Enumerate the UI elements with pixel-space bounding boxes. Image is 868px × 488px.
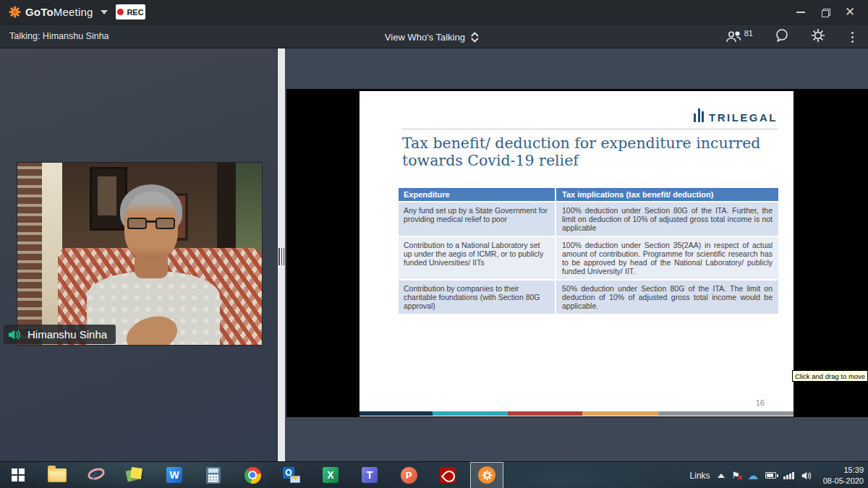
close-button[interactable]: ✕ xyxy=(838,0,862,24)
participants-icon xyxy=(725,30,742,43)
outlook-icon: O xyxy=(283,467,300,483)
screen-share-stage: TRILEGAL Tax benefit/ deduction for expe… xyxy=(285,48,868,461)
taskbar-gotomeeting-active[interactable] xyxy=(470,462,503,488)
taskbar-teams[interactable]: T xyxy=(353,462,386,488)
gotomeeting-menu[interactable]: GoToMeeting xyxy=(0,6,108,18)
cell-implications: 50% deduction under Section 80G of the I… xyxy=(556,281,778,314)
gear-icon xyxy=(811,28,825,43)
window-controls: ✕ xyxy=(788,0,862,24)
trilegal-logo: TRILEGAL xyxy=(694,108,778,124)
table-header-row: Expenditure Tax implications (tax benefi… xyxy=(399,188,778,201)
brand-label: GoToMeeting xyxy=(25,6,93,18)
gotomeeting-window: GoToMeeting REC ✕ Talking: Himanshu Sinh… xyxy=(0,0,868,488)
show-hidden-icons-button[interactable] xyxy=(718,474,725,478)
battery-icon[interactable] xyxy=(765,472,776,479)
taskbar-file-explorer[interactable] xyxy=(41,462,74,488)
system-tray: Links ⚑✕ ☁ 15:39 08-05-2020 xyxy=(690,462,864,488)
taskbar-excel[interactable]: X xyxy=(314,462,347,488)
windows-taskbar: ✂ W O X T P Links ⚑✕ ☁ xyxy=(0,461,868,488)
settings-button[interactable] xyxy=(811,28,825,46)
view-whos-talking-label: View Who's Talking xyxy=(385,32,465,43)
gotomeeting-daisy-icon xyxy=(9,6,21,18)
toolbar-icons: 81 xyxy=(725,25,858,49)
start-button[interactable] xyxy=(1,462,35,488)
trilegal-bars-icon xyxy=(694,108,704,124)
video-background xyxy=(17,163,42,345)
cell-implications: 100% deduction under Section 80G of the … xyxy=(556,202,778,236)
clock-date: 08-05-2020 xyxy=(823,476,864,486)
chevron-down-icon xyxy=(101,10,108,14)
minimize-icon xyxy=(796,12,805,13)
restore-button[interactable] xyxy=(813,0,838,24)
clock-time: 15:39 xyxy=(823,465,864,475)
acrobat-icon xyxy=(440,467,456,483)
meeting-toolbar: Talking: Himanshu Sinha View Who's Talki… xyxy=(0,24,868,48)
speaker-name-badge: Himanshu Sinha xyxy=(4,325,116,344)
talking-status: Talking: Himanshu Sinha xyxy=(9,31,109,41)
chat-icon xyxy=(775,28,789,43)
teams-icon: T xyxy=(362,467,378,483)
windows-logo-icon xyxy=(12,468,25,481)
speaker-name: Himanshu Sinha xyxy=(27,328,107,341)
cell-expenditure: Contribution by companies to their chari… xyxy=(399,281,555,314)
snipping-tool-icon: ✂ xyxy=(87,467,106,483)
recording-dot-icon xyxy=(117,9,124,15)
chrome-icon xyxy=(244,467,261,484)
file-explorer-icon xyxy=(48,468,67,482)
audio-speaker-icon xyxy=(8,329,22,341)
table-row: Any fund set up by a State Government fo… xyxy=(399,202,778,236)
panel-splitter[interactable] xyxy=(278,48,285,461)
restore-icon xyxy=(822,9,829,16)
presentation-viewport: TRILEGAL Tax benefit/ deduction for expe… xyxy=(286,89,868,417)
title-bar: GoToMeeting REC ✕ xyxy=(0,0,868,24)
close-icon: ✕ xyxy=(845,6,855,18)
taskbar-outlook[interactable]: O xyxy=(275,462,308,488)
cell-expenditure: Contribution to a National Laboratory se… xyxy=(399,237,555,279)
taskbar-clock[interactable]: 15:39 08-05-2020 xyxy=(820,465,864,486)
onedrive-icon[interactable]: ☁ xyxy=(747,469,758,482)
calculator-icon xyxy=(206,467,221,484)
taskbar-sticky-notes[interactable] xyxy=(119,462,152,488)
chat-button[interactable] xyxy=(775,28,789,46)
drag-tooltip: Click and drag to move xyxy=(792,370,868,382)
participants-button[interactable]: 81 xyxy=(725,30,753,43)
header-rule xyxy=(402,129,778,129)
participants-count: 81 xyxy=(744,29,753,38)
cell-expenditure: Any fund set up by a State Government fo… xyxy=(399,202,555,236)
recording-label: REC xyxy=(127,8,143,17)
links-toolbar-label[interactable]: Links xyxy=(690,471,710,481)
taskbar-powerpoint[interactable]: P xyxy=(392,462,425,488)
slide-page-number: 16 xyxy=(756,398,765,407)
taskbar-snipping-tool[interactable]: ✂ xyxy=(80,462,113,488)
slide-footer-stripe xyxy=(359,411,793,416)
recording-badge: REC xyxy=(116,4,145,20)
word-icon: W xyxy=(166,467,182,483)
sticky-notes-icon xyxy=(127,467,144,483)
more-options-button[interactable] xyxy=(847,30,858,44)
taskbar-word[interactable]: W xyxy=(158,462,191,488)
table-row: Contribution to a National Laboratory se… xyxy=(399,237,778,279)
taskbar-chrome[interactable] xyxy=(236,462,269,488)
taskbar-calculator[interactable] xyxy=(197,462,230,488)
excel-icon: X xyxy=(323,467,339,483)
slide-title: Tax benefit/ deduction for expenditure i… xyxy=(402,134,786,169)
action-center-flag-icon[interactable]: ⚑✕ xyxy=(732,470,741,481)
gotomeeting-icon xyxy=(478,466,495,484)
trilegal-logo-text: TRILEGAL xyxy=(709,111,778,124)
splitter-grip-icon xyxy=(278,248,284,265)
glasses xyxy=(127,218,175,231)
table-header-expenditure: Expenditure xyxy=(399,188,555,201)
network-signal-icon[interactable] xyxy=(783,472,794,479)
tax-table: Expenditure Tax implications (tax benefi… xyxy=(399,188,778,315)
table-header-implications: Tax implications (tax benefit/ deduction… xyxy=(556,188,778,201)
cell-implications: 100% deduction under Section 35(2AA) in … xyxy=(556,237,778,279)
minimize-button[interactable] xyxy=(788,0,813,24)
webcam-panel: Himanshu Sinha xyxy=(0,48,278,461)
volume-icon[interactable] xyxy=(801,471,813,481)
webcam-video[interactable] xyxy=(17,163,262,345)
powerpoint-icon: P xyxy=(401,467,417,484)
view-whos-talking-selector[interactable]: View Who's Talking xyxy=(385,25,480,49)
table-row: Contribution by companies to their chari… xyxy=(399,281,778,314)
taskbar-acrobat[interactable] xyxy=(431,462,464,488)
slide: TRILEGAL Tax benefit/ deduction for expe… xyxy=(359,91,793,416)
